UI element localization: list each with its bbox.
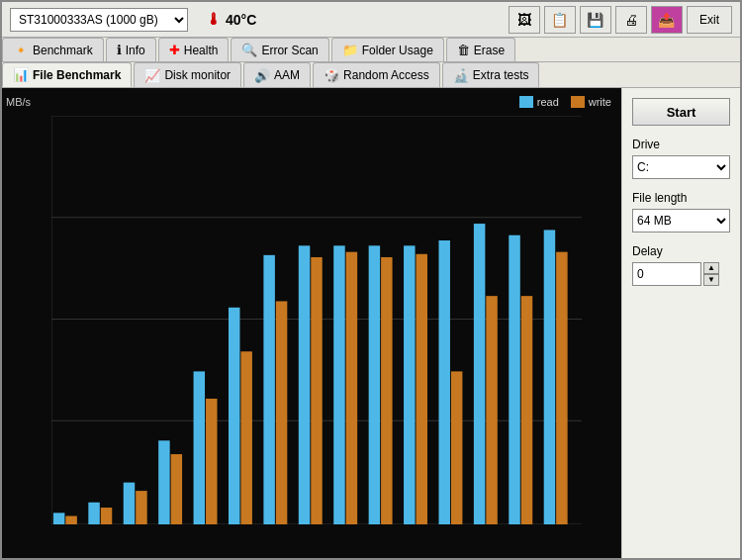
folder-icon: 📁 [342, 43, 358, 57]
file-benchmark-icon: 📊 [13, 67, 29, 82]
start-button[interactable]: Start [632, 98, 730, 126]
disk-monitor-icon: 📈 [144, 68, 160, 83]
export-button[interactable]: 📤 [651, 6, 683, 34]
legend-read: read [519, 96, 559, 108]
save-button[interactable]: 💾 [580, 6, 611, 34]
delay-input[interactable] [632, 262, 701, 286]
delay-section: Delay ▲ ▼ [632, 244, 730, 286]
tab-random-access[interactable]: 🎲 Random Access [313, 62, 440, 87]
drive-selector[interactable]: ST31000333AS (1000 gB) [10, 8, 188, 32]
svg-rect-21 [263, 255, 274, 524]
title-bar: ST31000333AS (1000 gB) 🌡 40°C 🖼 📋 💾 🖨 📤 … [2, 2, 740, 38]
svg-rect-19 [229, 308, 239, 524]
temperature-display: 🌡 40°C [206, 11, 256, 29]
svg-rect-20 [240, 351, 251, 524]
print-button[interactable]: 🖨 [615, 6, 647, 34]
spin-buttons: ▲ ▼ [703, 262, 719, 286]
file-length-label: File length [632, 191, 730, 205]
error-scan-icon: 🔍 [241, 43, 257, 57]
tab-benchmark[interactable]: 🔸 Benchmark [2, 38, 104, 61]
info-icon: ℹ [117, 43, 122, 57]
extra-tests-icon: 🔬 [453, 68, 469, 83]
svg-rect-37 [544, 230, 555, 524]
tab-folder-usage[interactable]: 📁 Folder Usage [331, 38, 444, 61]
svg-rect-13 [124, 483, 135, 524]
chart-legend: read write [519, 96, 611, 108]
screenshot-button[interactable]: 🖼 [509, 6, 540, 34]
svg-rect-38 [556, 252, 567, 524]
drive-label: Drive [632, 138, 730, 151]
toolbar-buttons: 🖼 📋 💾 🖨 📤 Exit [509, 6, 732, 34]
svg-rect-15 [158, 440, 169, 524]
file-length-section: File length 1 MB 8 MB 32 MB 64 MB 128 MB… [632, 191, 730, 233]
y-axis-label: MB/s [6, 96, 31, 108]
main-window: ST31000333AS (1000 gB) 🌡 40°C 🖼 📋 💾 🖨 📤 … [0, 0, 742, 560]
main-content: MB/s read write [2, 88, 740, 558]
delay-label: Delay [632, 244, 730, 258]
health-icon: ✚ [169, 43, 180, 57]
exit-button[interactable]: Exit [687, 6, 732, 34]
delay-row: ▲ ▼ [632, 262, 730, 286]
tabs-row2: 📊 File Benchmark 📈 Disk monitor 🔊 AAM 🎲 … [2, 62, 740, 88]
tab-extra-tests[interactable]: 🔬 Extra tests [442, 62, 540, 87]
delay-up-button[interactable]: ▲ [703, 262, 719, 274]
delay-down-button[interactable]: ▼ [703, 274, 719, 286]
read-color-swatch [519, 96, 533, 108]
svg-rect-36 [521, 296, 532, 524]
write-color-swatch [571, 96, 585, 108]
svg-rect-22 [276, 301, 287, 524]
tabs-row1: 🔸 Benchmark ℹ Info ✚ Health 🔍 Error Scan… [2, 38, 740, 62]
temperature-value: 40°C [226, 12, 256, 28]
svg-rect-10 [65, 516, 76, 524]
erase-icon: 🗑 [457, 43, 470, 57]
svg-rect-25 [333, 245, 344, 524]
write-label: write [589, 96, 611, 108]
tab-aam[interactable]: 🔊 AAM [243, 62, 311, 87]
chart-area: MB/s read write [2, 88, 621, 558]
svg-rect-9 [53, 513, 64, 524]
read-label: read [537, 96, 559, 108]
svg-rect-17 [194, 371, 205, 524]
svg-rect-34 [486, 296, 497, 524]
aam-icon: 🔊 [254, 68, 270, 83]
svg-rect-33 [474, 224, 485, 524]
bar-chart: 147 98 49 [51, 116, 582, 524]
svg-rect-14 [136, 491, 146, 524]
tab-info[interactable]: ℹ Info [106, 38, 156, 61]
random-access-icon: 🎲 [324, 68, 339, 83]
copy-button[interactable]: 📋 [544, 6, 576, 34]
svg-rect-23 [299, 245, 310, 524]
benchmark-icon: 🔸 [13, 43, 29, 57]
svg-rect-26 [346, 252, 357, 524]
svg-rect-28 [381, 257, 392, 524]
tab-erase[interactable]: 🗑 Erase [446, 38, 515, 61]
tab-health[interactable]: ✚ Health [158, 38, 230, 61]
svg-rect-29 [404, 245, 415, 524]
thermometer-icon: 🌡 [206, 11, 222, 29]
tab-error-scan[interactable]: 🔍 Error Scan [231, 38, 328, 61]
svg-rect-11 [88, 503, 99, 524]
svg-rect-35 [509, 235, 519, 524]
svg-rect-32 [451, 371, 462, 524]
legend-write: write [571, 96, 611, 108]
svg-rect-30 [417, 254, 427, 524]
drive-dropdown[interactable]: C: D: E: [632, 155, 730, 179]
svg-rect-12 [101, 508, 112, 524]
tab-disk-monitor[interactable]: 📈 Disk monitor [134, 62, 241, 87]
svg-rect-18 [206, 399, 217, 524]
svg-rect-24 [311, 257, 322, 524]
drive-section: Drive C: D: E: [632, 138, 730, 179]
svg-rect-27 [369, 245, 380, 524]
tab-file-benchmark[interactable]: 📊 File Benchmark [2, 62, 132, 87]
right-panel: Start Drive C: D: E: File length 1 MB 8 … [621, 88, 740, 558]
svg-rect-31 [438, 240, 449, 524]
file-length-dropdown[interactable]: 1 MB 8 MB 32 MB 64 MB 128 MB 256 MB [632, 209, 730, 233]
svg-rect-16 [171, 454, 182, 524]
